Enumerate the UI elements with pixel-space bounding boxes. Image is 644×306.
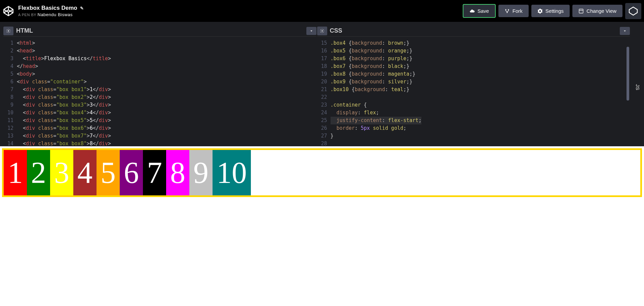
svg-point-5 (506, 12, 507, 13)
code-line: 4</head> (3, 63, 316, 70)
code-line: 9 <div class="box box3">3</div> (3, 101, 316, 109)
line-number: 25 (317, 117, 331, 124)
line-number: 8 (3, 93, 17, 101)
line-number: 27 (317, 132, 331, 140)
codepen-logo-icon[interactable] (3, 5, 14, 17)
html-collapse-button[interactable] (306, 27, 316, 35)
svg-marker-8 (629, 7, 637, 15)
fork-button[interactable]: Fork (498, 5, 529, 17)
code-line: 25 justify-content: flex-start; (317, 117, 630, 124)
code-line: 28 (317, 140, 630, 146)
css-settings-icon[interactable] (317, 27, 327, 35)
code-line: 7 <div class="box box1">1</div> (3, 86, 316, 93)
fork-label: Fork (513, 8, 523, 14)
settings-button[interactable]: Settings (531, 5, 570, 17)
preview-box: 5 (97, 150, 120, 195)
line-number: 12 (3, 124, 17, 132)
css-code-area[interactable]: 15.box4 {background: brown;}16.box5 {bac… (317, 37, 630, 146)
line-number: 18 (317, 63, 331, 70)
byline: A PEN BY Nabendu Biswas (18, 12, 84, 17)
svg-point-3 (505, 9, 506, 10)
line-number: 11 (3, 117, 17, 124)
html-editor-panel: HTML 1<html>2<head>3 <title>Flexbox Basi… (3, 25, 316, 146)
svg-point-4 (508, 9, 509, 10)
line-number: 7 (3, 86, 17, 93)
css-collapse-button[interactable] (620, 27, 630, 35)
line-number: 23 (317, 101, 331, 109)
line-number: 24 (317, 109, 331, 117)
save-button[interactable]: Save (463, 4, 496, 18)
js-editor-title: JS (635, 84, 641, 90)
line-number: 5 (3, 70, 17, 78)
html-editor-title: HTML (16, 27, 33, 34)
line-number: 15 (317, 39, 331, 47)
code-line: 5<body> (3, 70, 316, 78)
layout-icon (578, 8, 584, 14)
css-editor-header: CSS (317, 25, 630, 37)
svg-point-9 (8, 30, 9, 32)
line-number: 19 (317, 70, 331, 78)
gear-icon (537, 8, 543, 14)
code-line: 14 <div class="box box8">8</div> (3, 140, 316, 146)
preview-box: 7 (143, 150, 166, 195)
editors-row: HTML 1<html>2<head>3 <title>Flexbox Basi… (0, 22, 644, 146)
line-number: 28 (317, 140, 331, 146)
line-number: 17 (317, 55, 331, 63)
html-settings-icon[interactable] (3, 27, 13, 35)
code-line: 27} (317, 132, 630, 140)
line-number: 3 (3, 55, 17, 63)
svg-point-10 (321, 30, 323, 32)
scrollbar-thumb[interactable] (627, 47, 629, 101)
code-line: 12 <div class="box box6">6</div> (3, 124, 316, 132)
code-line: 8 <div class="box box2">2</div> (3, 93, 316, 101)
header-right: Save Fork Settings Change View (463, 3, 641, 19)
code-line: 10 <div class="box box4">4</div> (3, 109, 316, 117)
preview-box: 8 (166, 150, 189, 195)
author-link[interactable]: Nabendu Biswas (38, 12, 73, 17)
code-line: 2<head> (3, 47, 316, 55)
line-number: 1 (3, 39, 17, 47)
cloud-icon (469, 8, 475, 14)
profile-menu[interactable] (625, 3, 641, 19)
css-editor-title: CSS (330, 27, 342, 34)
pen-title[interactable]: Flexbox Basics Demo ✎ (18, 5, 84, 11)
line-number: 2 (3, 47, 17, 55)
line-number: 21 (317, 86, 331, 93)
code-line: 13 <div class="box box7">7</div> (3, 132, 316, 140)
fork-icon (504, 8, 510, 14)
line-number: 22 (317, 93, 331, 101)
line-number: 16 (317, 47, 331, 55)
line-number: 9 (3, 101, 17, 109)
pen-title-text: Flexbox Basics Demo (18, 5, 77, 11)
js-editor-panel-collapsed[interactable]: JS (631, 25, 641, 146)
preview-box: 3 (50, 150, 73, 195)
preview-box: 2 (27, 150, 50, 195)
code-line: 3 <title>Flexbox Basics</title> (3, 55, 316, 63)
edit-title-icon[interactable]: ✎ (80, 6, 84, 11)
settings-label: Settings (545, 8, 564, 14)
code-line: 1<html> (3, 39, 316, 47)
html-code-area[interactable]: 1<html>2<head>3 <title>Flexbox Basics</t… (3, 37, 316, 146)
code-line: 24 display: flex; (317, 109, 630, 117)
code-line: 6<div class="container"> (3, 78, 316, 86)
change-view-button[interactable]: Change View (572, 5, 622, 17)
preview-box: 4 (73, 150, 97, 195)
code-line: 15.box4 {background: brown;} (317, 39, 630, 47)
line-number: 13 (3, 132, 17, 140)
code-line: 22 (317, 93, 630, 101)
title-block: Flexbox Basics Demo ✎ A PEN BY Nabendu B… (18, 5, 84, 17)
css-scrollbar[interactable] (626, 37, 630, 146)
code-line: 21.box10 {background: teal;} (317, 86, 630, 93)
line-number: 14 (3, 140, 17, 146)
preview-box: 6 (120, 150, 143, 195)
byline-prefix: A PEN BY (18, 13, 36, 17)
line-number: 4 (3, 63, 17, 70)
app-header: Flexbox Basics Demo ✎ A PEN BY Nabendu B… (0, 0, 644, 22)
line-number: 10 (3, 109, 17, 117)
svg-rect-6 (579, 9, 583, 13)
code-line: 23.container { (317, 101, 630, 109)
preview-box: 1 (4, 150, 27, 195)
output-preview: 12345678910 (0, 146, 644, 306)
code-line: 26 border: 5px solid gold; (317, 124, 630, 132)
line-number: 26 (317, 124, 331, 132)
